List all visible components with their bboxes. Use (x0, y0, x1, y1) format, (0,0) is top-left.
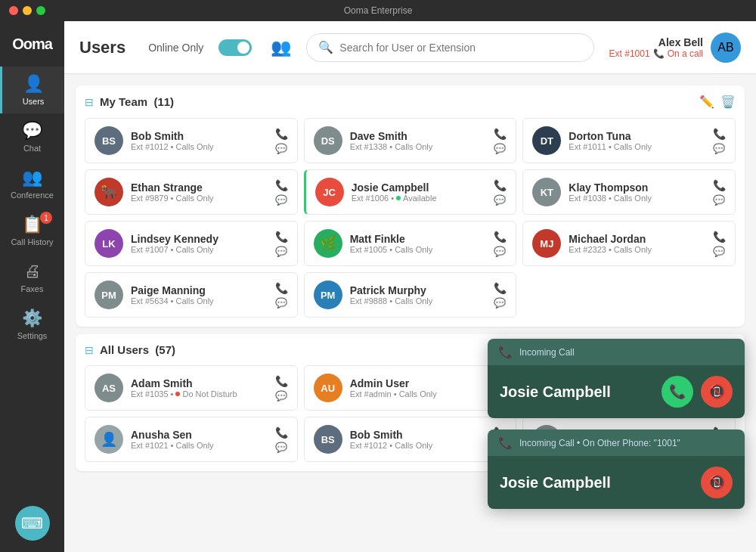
online-only-toggle[interactable] (218, 39, 252, 56)
chat-icon[interactable]: 💬 (494, 194, 507, 206)
call-icon[interactable]: 📞 (713, 128, 726, 140)
table-row[interactable]: BS Bob Smith Ext #1012 • Calls Only 📞 💬 (85, 118, 298, 163)
sidebar-item-conference[interactable]: 👥 Conference (0, 160, 64, 207)
window-controls[interactable] (9, 6, 45, 15)
card-name: Bob Smith (350, 429, 488, 441)
faxes-icon: 🖨 (24, 262, 41, 281)
incoming-call-icon: 📞 (498, 345, 513, 359)
card-ext: Ext #2323 • Calls Only (569, 245, 707, 254)
table-row[interactable]: DS Dave Smith Ext #1338 • Calls Only 📞 💬 (304, 118, 517, 163)
chat-icon[interactable]: 💬 (713, 194, 726, 206)
card-actions: 📞 💬 (275, 375, 288, 402)
decline-call-button[interactable]: 📵 (701, 376, 733, 408)
call-icon[interactable]: 📞 (494, 231, 507, 243)
status-dot (396, 196, 401, 200)
table-row[interactable]: 🐂 Ethan Strange Ext #9879 • Calls Only 📞… (85, 169, 298, 215)
close-button[interactable] (9, 6, 18, 15)
card-actions: 📞 💬 (713, 231, 726, 257)
table-row[interactable]: MJ Michael Jordan Ext #2323 • Calls Only… (522, 221, 736, 266)
table-row[interactable]: AU Admin User Ext #admin • Calls Only 📞 … (304, 365, 517, 411)
chat-icon[interactable]: 💬 (275, 194, 288, 206)
table-row[interactable]: DT Dorton Tuna Ext #1011 • Calls Only 📞 … (522, 118, 736, 163)
chat-icon[interactable]: 💬 (494, 297, 507, 309)
avatar: KT (532, 178, 561, 206)
table-row[interactable]: 👤 Anusha Sen Ext #1021 • Calls Only 📞 💬 (85, 417, 298, 462)
sidebar-item-faxes[interactable]: 🖨 Faxes (0, 254, 64, 301)
table-row[interactable]: PM Patrick Murphy Ext #9888 • Calls Only… (304, 272, 517, 318)
card-ext: Ext #1012 • Calls Only (131, 142, 269, 151)
sidebar-item-users[interactable]: 👤 Users (0, 67, 64, 113)
maximize-button[interactable] (36, 6, 45, 15)
sidebar-item-label: Conference (11, 191, 54, 200)
sidebar-item-label: Call History (11, 237, 53, 247)
card-info: Bob Smith Ext #1012 • Calls Only (131, 130, 269, 151)
card-ext: Ext #9879 • Calls Only (131, 194, 269, 203)
call-icon[interactable]: 📞 (494, 128, 507, 140)
card-info: Anusha Sen Ext #1021 • Calls Only (131, 429, 269, 450)
call-icon[interactable]: 📞 (494, 179, 507, 191)
table-row[interactable]: JC Josie Campbell Ext #1006 • Available … (304, 169, 517, 215)
header: Users Online Only 👥 🔍 Alex Bell Ext #100… (64, 21, 756, 74)
avatar: PM (94, 281, 123, 309)
content-area: ⊟ My Team (11) ✏️ 🗑️ BS Bob Smith Ext #1… (64, 74, 756, 552)
card-name: Lindsey Kennedy (131, 233, 269, 245)
collapse-all-users[interactable]: ⊟ (85, 344, 94, 356)
card-info: Dave Smith Ext #1338 • Calls Only (350, 130, 488, 151)
avatar: MJ (532, 229, 561, 258)
call-icon[interactable]: 📞 (713, 231, 726, 243)
accept-call-button[interactable]: 📞 (662, 376, 693, 408)
table-row[interactable]: PM Paige Manning Ext #5634 • Calls Only … (85, 272, 298, 318)
chat-icon[interactable]: 💬 (494, 143, 507, 154)
card-actions: 📞 💬 (275, 179, 288, 206)
table-row[interactable]: KT Klay Thompson Ext #1038 • Calls Only … (522, 169, 736, 215)
sidebar-item-settings[interactable]: ⚙️ Settings (0, 301, 64, 348)
table-row[interactable]: AS Adam Smith Ext #1035 • Do Not Disturb… (85, 365, 298, 411)
card-name: Dorton Tuna (569, 130, 707, 142)
sidebar-item-chat[interactable]: 💬 Chat (0, 113, 64, 160)
card-name: Patrick Murphy (350, 284, 488, 296)
call-icon[interactable]: 📞 (275, 375, 288, 387)
edit-icon[interactable]: ✏️ (699, 95, 714, 109)
dialpad-button[interactable]: ⌨ (15, 506, 50, 541)
group-actions: ✏️ 🗑️ (699, 95, 736, 109)
table-row[interactable]: LK Lindsey Kennedy Ext #1007 • Calls Onl… (85, 221, 298, 266)
call-icon[interactable]: 📞 (275, 426, 288, 439)
call-icon[interactable]: 📞 (275, 179, 288, 191)
sidebar-item-call-history[interactable]: 📋 Call History 1 (0, 207, 64, 254)
call-icon[interactable]: 📞 (275, 282, 288, 294)
card-info: Lindsey Kennedy Ext #1007 • Calls Only (131, 233, 269, 254)
call-icon[interactable]: 📞 (713, 179, 726, 191)
card-ext: Ext #1007 • Calls Only (131, 245, 269, 254)
sidebar-item-label: Settings (17, 331, 48, 340)
call-icon[interactable]: 📞 (494, 282, 507, 294)
decline-call-button-2[interactable]: 📵 (701, 467, 733, 498)
card-actions: 📞 💬 (275, 128, 288, 154)
chat-icon[interactable]: 💬 (713, 143, 726, 154)
card-info: Klay Thompson Ext #1038 • Calls Only (569, 181, 707, 203)
chat-icon[interactable]: 💬 (494, 246, 507, 257)
card-info: Adam Smith Ext #1035 • Do Not Disturb (131, 377, 269, 398)
group-view-icon[interactable]: 👥 (271, 38, 291, 57)
collapse-my-team[interactable]: ⊟ (85, 96, 94, 108)
card-actions: 📞 💬 (494, 231, 507, 257)
incoming-call-header-2: 📞 Incoming Call • On Other Phone: "1001" (488, 430, 745, 456)
table-row[interactable]: 🌿 Matt Finkle Ext #1005 • Calls Only 📞 💬 (304, 221, 517, 266)
card-ext: Ext #1011 • Calls Only (569, 142, 707, 151)
chat-icon[interactable]: 💬 (275, 143, 288, 154)
my-team-header: ⊟ My Team (11) ✏️ 🗑️ (85, 95, 736, 109)
chat-icon[interactable]: 💬 (275, 442, 288, 453)
table-row[interactable]: BS Bob Smith Ext #1012 • Calls Only 📞 💬 (304, 417, 517, 462)
chat-icon[interactable]: 💬 (275, 246, 288, 257)
call-icon[interactable]: 📞 (275, 128, 288, 140)
call-icon[interactable]: 📞 (275, 231, 288, 243)
incoming-call-header-1: 📞 Incoming Call (488, 339, 745, 365)
window-title: Ooma Enterprise (344, 5, 413, 16)
search-input[interactable] (339, 42, 581, 54)
chat-icon[interactable]: 💬 (275, 390, 288, 402)
delete-icon[interactable]: 🗑️ (720, 95, 736, 109)
minimize-button[interactable] (23, 6, 32, 15)
incoming-call-body-2: Josie Campbell 📵 (488, 456, 745, 509)
chat-icon[interactable]: 💬 (713, 246, 726, 257)
chat-icon[interactable]: 💬 (275, 297, 288, 309)
call-history-badge: 1 (40, 212, 52, 224)
